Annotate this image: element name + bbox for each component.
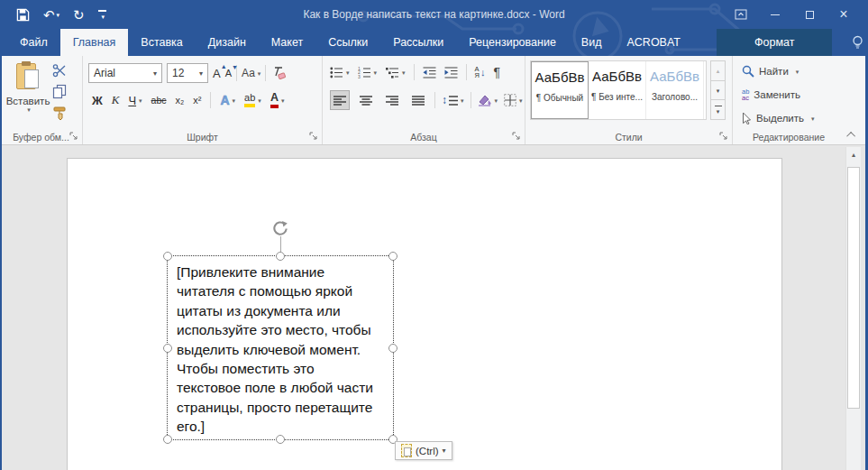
paste-dropdown-caret[interactable]: ▾: [27, 106, 31, 114]
tab-references[interactable]: Ссылки: [315, 29, 380, 56]
close-button[interactable]: ×: [827, 0, 861, 29]
tab-review[interactable]: Рецензирование: [456, 29, 569, 56]
italic-button[interactable]: К: [112, 93, 120, 107]
subscript-button[interactable]: x₂: [176, 95, 185, 106]
text-box-content[interactable]: [Привлеките внимание читателя с помощью …: [177, 263, 389, 437]
style-normal[interactable]: АаБбВв ¶ Обычный: [531, 61, 589, 119]
scrollbar-up-button[interactable]: ▴: [846, 147, 861, 162]
align-center-button[interactable]: [356, 90, 376, 110]
resize-handle-top-right[interactable]: [388, 252, 397, 261]
document-area[interactable]: [Привлеките внимание читателя с помощью …: [0, 146, 868, 470]
bold-button[interactable]: Ж: [92, 94, 103, 107]
tab-insert[interactable]: Вставка: [128, 29, 195, 56]
tab-acrobat[interactable]: ACROBAT: [614, 29, 693, 56]
tab-layout[interactable]: Макет: [259, 29, 315, 56]
paste-button[interactable]: Вставить ▾: [7, 61, 49, 135]
paste-options-label: (Ctrl): [416, 446, 439, 456]
decrease-indent-button[interactable]: [423, 67, 436, 78]
tab-mailings[interactable]: Рассылки: [380, 29, 456, 56]
borders-button[interactable]: [504, 94, 523, 106]
customize-qat-caret: ▾: [101, 14, 105, 20]
collapse-ribbon-button[interactable]: [845, 129, 859, 140]
line-spacing-button[interactable]: ↕: [442, 94, 464, 106]
ribbon-display-options-button[interactable]: [724, 0, 758, 29]
styles-gallery-scroll: ▴ ▾ ▾: [710, 60, 726, 120]
minimize-button[interactable]: [758, 0, 792, 29]
change-case-button[interactable]: Аа: [242, 67, 260, 79]
format-painter-button[interactable]: [52, 106, 68, 120]
scrollbar-thumb[interactable]: [847, 167, 860, 409]
window-controls: ×: [724, 0, 861, 29]
tab-design[interactable]: Дизайн: [196, 29, 259, 56]
font-size-combo[interactable]: 12▾: [167, 63, 208, 83]
strikethrough-button[interactable]: abc: [151, 95, 167, 106]
clipboard-dialog-launcher[interactable]: [69, 132, 78, 141]
resize-handle-top-left[interactable]: [163, 252, 172, 261]
numbering-button[interactable]: 123: [358, 67, 378, 78]
resize-handle-top-center[interactable]: [276, 252, 285, 261]
increase-indent-button[interactable]: [444, 67, 458, 78]
replace-button[interactable]: abac Заменить: [742, 87, 815, 103]
undo-button[interactable]: ↶▾: [43, 8, 59, 22]
show-paragraph-marks-button[interactable]: ¶: [493, 65, 500, 79]
cut-button[interactable]: [52, 63, 68, 78]
maximize-icon: [806, 11, 814, 19]
paragraph-dialog-launcher[interactable]: [512, 132, 521, 141]
text-effects-button[interactable]: А: [220, 93, 235, 107]
shrink-font-button[interactable]: А▼: [225, 68, 232, 78]
text-line: Чтобы поместить это: [177, 359, 389, 378]
text-line: страницы, просто перетащите: [177, 398, 389, 417]
save-button[interactable]: [16, 8, 30, 22]
copy-button[interactable]: [52, 84, 68, 99]
styles-more-button[interactable]: ▾: [710, 100, 726, 120]
redo-button[interactable]: ↻: [73, 8, 85, 22]
sort-button[interactable]: АЯ ↓: [475, 66, 486, 79]
resize-handle-mid-right[interactable]: [388, 344, 397, 353]
styles-scroll-up-button[interactable]: ▴: [710, 60, 726, 81]
align-left-button[interactable]: [330, 90, 350, 110]
multilevel-list-button[interactable]: [385, 67, 406, 78]
tab-format-contextual[interactable]: Формат: [717, 29, 832, 56]
tab-home[interactable]: Главная: [60, 29, 129, 56]
style-heading1[interactable]: АаБбВв Заголово...: [646, 61, 704, 119]
word-window: ↶▾ ↻ ▾ Как в Ворде написать текст на кар…: [0, 0, 868, 470]
shading-button[interactable]: [478, 94, 498, 106]
undo-dropdown-caret[interactable]: ▾: [57, 12, 60, 18]
resize-handle-mid-left[interactable]: [163, 344, 172, 353]
text-line: выделить ключевой момент.: [177, 340, 389, 359]
align-right-button[interactable]: [382, 90, 402, 110]
resize-handle-bottom-center[interactable]: [276, 435, 285, 444]
ribbon: Вставить ▾ Буфер обм...: [0, 56, 868, 145]
redo-icon: ↻: [73, 8, 85, 22]
select-button[interactable]: Выделить: [742, 110, 815, 126]
tab-view[interactable]: Вид: [569, 29, 615, 56]
style-no-spacing[interactable]: АаБбВв ¶ Без инте...: [589, 61, 646, 119]
styles-dialog-launcher[interactable]: [719, 132, 728, 141]
justify-button[interactable]: [408, 90, 428, 110]
line-spacing-arrow-icon: ↕: [442, 94, 447, 106]
close-icon: ×: [839, 7, 847, 22]
customize-qat-button[interactable]: ▾: [98, 10, 106, 20]
rotation-handle[interactable]: [272, 220, 289, 237]
superscript-button[interactable]: x²: [193, 95, 201, 106]
highlight-color-button[interactable]: ab: [244, 93, 261, 107]
find-button[interactable]: Найти: [742, 63, 815, 79]
text-line: его.]: [177, 417, 389, 436]
font-dialog-launcher[interactable]: [309, 132, 318, 141]
paste-options-button[interactable]: (Ctrl) ▾: [395, 441, 452, 460]
search-icon: [742, 65, 754, 78]
underline-button[interactable]: Ч: [128, 94, 142, 107]
text-line: [Привлеките внимание: [177, 263, 389, 281]
vertical-scrollbar[interactable]: ▴: [845, 147, 861, 470]
maximize-button[interactable]: [792, 0, 827, 29]
styles-scroll-down-button[interactable]: ▾: [710, 81, 726, 101]
font-name-combo[interactable]: Arial▾: [88, 63, 162, 83]
selected-text-box[interactable]: [Привлеките внимание читателя с помощью …: [167, 255, 394, 440]
clear-formatting-button[interactable]: [270, 66, 287, 80]
bullets-button[interactable]: [330, 67, 350, 78]
sort-arrow-icon: ↓: [480, 67, 486, 78]
resize-handle-bottom-left[interactable]: [163, 435, 172, 444]
font-color-button[interactable]: А: [270, 92, 285, 107]
grow-font-button[interactable]: А▲: [213, 67, 221, 80]
tab-file[interactable]: Файл: [7, 29, 60, 56]
